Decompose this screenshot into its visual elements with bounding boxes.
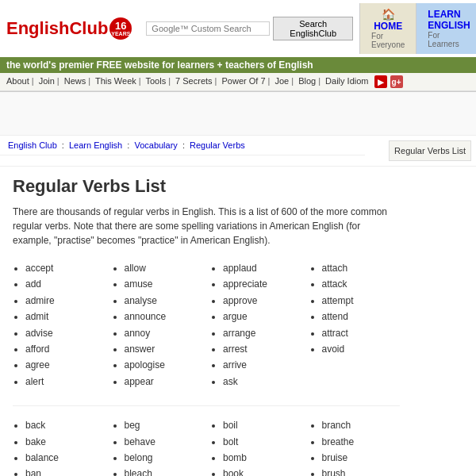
verb-col-b2: beg behave belong bleach bless blind bli… xyxy=(112,417,203,476)
verb-col-b3: boil bolt bomb book bore borrow bounce b… xyxy=(210,417,301,476)
breadcrumb-vocabulary[interactable]: Vocabulary xyxy=(134,140,177,150)
list-item: attach xyxy=(322,260,401,276)
breadcrumb-regular-verbs[interactable]: Regular Verbs xyxy=(190,140,245,150)
list-item: bake xyxy=(25,434,104,450)
verb-col-b1: back bake balance ban bang bare bat bath… xyxy=(13,417,104,476)
list-item: add xyxy=(25,276,104,292)
search-button[interactable]: Search EnglishClub xyxy=(273,17,353,40)
search-bar: Search EnglishClub xyxy=(146,17,353,40)
nav-this-week[interactable]: This Week xyxy=(95,76,136,86)
verb-col-a2: allow amuse analyse announce annoy answe… xyxy=(112,260,203,390)
nav-tabs: 🏠 HOME For Everyone LEARN ENGLISH For Le… xyxy=(359,3,476,54)
nav-join[interactable]: Join xyxy=(39,76,55,86)
logo-area: EnglishClub 16 YEARS xyxy=(6,17,132,40)
list-item: back xyxy=(25,417,104,433)
nav-about[interactable]: About xyxy=(6,76,29,86)
list-item: boil xyxy=(223,417,301,433)
list-item: arrest xyxy=(223,341,301,357)
list-item: agree xyxy=(25,357,104,373)
section-divider-1 xyxy=(13,405,400,406)
list-item: breathe xyxy=(322,434,401,450)
tab-learn-sub: For Learners xyxy=(428,31,470,48)
verb-col-b4: branch breathe bruise brush bubble bump … xyxy=(309,417,401,476)
tab-home[interactable]: 🏠 HOME For Everyone xyxy=(359,3,416,54)
list-item: bleach xyxy=(125,466,203,476)
nav-tools[interactable]: Tools xyxy=(146,76,167,86)
list-item: annoy xyxy=(125,325,203,341)
verbs-section-b: back bake balance ban bang bare bat bath… xyxy=(13,417,400,476)
list-item: attend xyxy=(322,309,401,324)
breadcrumb: English Club : Learn English : Vocabular… xyxy=(0,136,365,155)
list-item: attempt xyxy=(322,293,401,309)
list-item: allow xyxy=(125,260,203,276)
tagline: the world's premier FREE website for lea… xyxy=(0,57,476,73)
list-item: answer xyxy=(125,341,203,357)
nav-7-secrets[interactable]: 7 Secrets xyxy=(175,76,212,86)
nav-news[interactable]: News xyxy=(64,76,86,86)
breadcrumb-englishclub[interactable]: English Club xyxy=(8,140,57,150)
list-item: amuse xyxy=(125,276,203,292)
googleplus-icon[interactable]: g+ xyxy=(390,75,403,88)
social-icons: ▶ g+ xyxy=(374,75,403,88)
tab-home-sub: For Everyone xyxy=(371,32,405,49)
list-item: beg xyxy=(125,417,203,433)
list-item: avoid xyxy=(322,341,401,357)
list-item: bomb xyxy=(223,450,301,466)
nav-joe[interactable]: Joe xyxy=(274,76,289,86)
nav-daily-idiom[interactable]: Daily Idiom xyxy=(325,76,368,86)
list-item: admit xyxy=(25,309,104,324)
list-item: bruise xyxy=(322,450,401,466)
intro-text: There are thousands of regular verbs in … xyxy=(13,205,400,248)
nav-links: About| Join| News| This Week| Tools| 7 S… xyxy=(0,73,476,91)
list-item: admire xyxy=(25,293,104,309)
list-item: balance xyxy=(25,450,104,466)
list-item: advise xyxy=(25,325,104,341)
list-item: book xyxy=(223,466,301,476)
logo-text: EnglishClub xyxy=(6,18,108,39)
list-item: attack xyxy=(322,276,401,292)
main-content: Regular Verbs List There are thousands o… xyxy=(0,167,413,476)
list-item: attract xyxy=(322,325,401,341)
list-item: approve xyxy=(223,293,301,309)
verb-col-a3: applaud appreciate approve argue arrange… xyxy=(210,260,301,390)
content-wrapper: Regular Verbs List There are thousands o… xyxy=(0,167,476,476)
header: EnglishClub 16 YEARS Search EnglishClub … xyxy=(0,0,476,92)
tab-home-title: HOME xyxy=(374,21,402,32)
list-item: ban xyxy=(25,466,104,476)
tab-learn[interactable]: LEARN ENGLISH For Learners xyxy=(416,3,476,54)
list-item: arrive xyxy=(223,357,301,373)
list-item: analyse xyxy=(125,293,203,309)
list-item: applaud xyxy=(223,260,301,276)
youtube-icon[interactable]: ▶ xyxy=(374,75,387,88)
list-item: accept xyxy=(25,260,104,276)
verbs-section-a: accept add admire admit advise afford ag… xyxy=(13,260,400,390)
search-input[interactable] xyxy=(146,21,270,36)
list-item: behave xyxy=(125,434,203,450)
list-item: bolt xyxy=(223,434,301,450)
verb-col-a1: accept add admire admit advise afford ag… xyxy=(13,260,104,390)
years-badge: 16 YEARS xyxy=(109,17,132,40)
years-number: 16 xyxy=(115,21,126,31)
list-item: appear xyxy=(125,374,203,390)
home-icon: 🏠 xyxy=(382,8,395,21)
header-top: EnglishClub 16 YEARS Search EnglishClub … xyxy=(0,0,476,57)
list-item: brush xyxy=(322,466,401,476)
page-title: Regular Verbs List xyxy=(13,176,400,197)
list-item: apologise xyxy=(125,357,203,373)
ad-area xyxy=(0,92,476,136)
list-item: argue xyxy=(223,309,301,324)
verbs-grid-a: accept add admire admit advise afford ag… xyxy=(13,260,400,390)
verbs-grid-b: back bake balance ban bang bare bat bath… xyxy=(13,417,400,476)
list-item: appreciate xyxy=(223,276,301,292)
list-item: ask xyxy=(223,374,301,390)
years-label: YEARS xyxy=(111,31,130,36)
list-item: announce xyxy=(125,309,203,324)
breadcrumb-learn-english[interactable]: Learn English xyxy=(69,140,122,150)
nav-blog[interactable]: Blog xyxy=(298,76,316,86)
nav-power-of-7[interactable]: Power Of 7 xyxy=(222,76,266,86)
sidebar-box: Regular Verbs List xyxy=(389,140,471,161)
list-item: belong xyxy=(125,450,203,466)
list-item: branch xyxy=(322,417,401,433)
tab-learn-title: LEARN ENGLISH xyxy=(428,9,470,31)
list-item: arrange xyxy=(223,325,301,341)
